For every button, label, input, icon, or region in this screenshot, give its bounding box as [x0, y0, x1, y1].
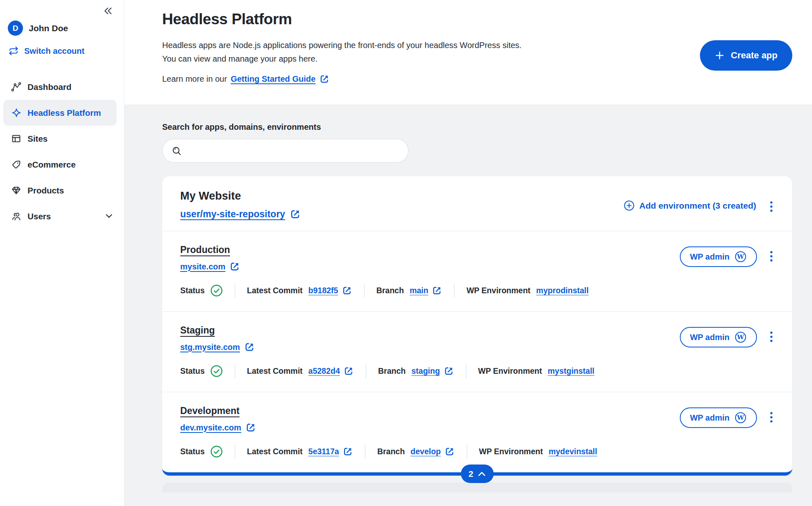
- sidebar-item-sites[interactable]: Sites: [3, 126, 117, 152]
- status-label: Status: [180, 366, 205, 376]
- commit-hash: b9182f5: [308, 286, 338, 295]
- environment-info: Development dev.mysite.com: [180, 405, 256, 433]
- wp-environment-link[interactable]: myprodinstall: [536, 286, 589, 295]
- branch-label: Branch: [376, 286, 404, 295]
- sidebar-collapse-button[interactable]: [100, 4, 115, 17]
- main-area: Headless Platform Headless apps are Node…: [124, 0, 812, 506]
- branch-link[interactable]: main: [410, 285, 443, 296]
- external-link-icon: [344, 366, 354, 376]
- environment-domain-link[interactable]: mysite.com: [180, 261, 240, 272]
- getting-started-guide-link[interactable]: Getting Started Guide: [231, 74, 330, 84]
- divider: [466, 364, 466, 378]
- search-input[interactable]: [187, 146, 400, 156]
- wp-admin-button[interactable]: WP admin W: [680, 246, 757, 267]
- environment-info: Staging stg.mysite.com: [180, 325, 255, 352]
- environment-name-link[interactable]: Development: [180, 405, 239, 416]
- environment-domain-link[interactable]: stg.mysite.com: [180, 342, 255, 352]
- kebab-icon: [770, 412, 773, 424]
- environment-menu-button[interactable]: [768, 250, 774, 264]
- sidebar-item-label: Products: [28, 186, 64, 196]
- divider: [366, 364, 366, 378]
- page-description: Headless apps are Node.js applications p…: [162, 39, 522, 66]
- kebab-icon: [770, 331, 773, 343]
- learn-more-prefix: Learn more in our: [162, 74, 227, 84]
- content-area: Search for apps, domains, environments M…: [124, 105, 812, 492]
- external-link-icon: [245, 422, 256, 433]
- environment-status-row: Status Latest Commit 5e3117a Branch: [180, 444, 774, 459]
- branch-link[interactable]: develop: [411, 446, 455, 457]
- repository-link[interactable]: user/my-site-repository: [180, 209, 301, 220]
- create-app-button[interactable]: Create app: [700, 40, 792, 71]
- wp-admin-label: WP admin: [690, 252, 729, 262]
- environment-section-staging: Staging stg.mysite.com WP admin W: [162, 311, 792, 392]
- environment-menu-button[interactable]: [768, 411, 774, 425]
- app-card-header-right: Add environment (3 created): [624, 200, 774, 220]
- commit-link[interactable]: b9182f5: [308, 285, 352, 296]
- sidebar-item-dashboard[interactable]: Dashboard: [3, 74, 117, 100]
- app-menu-button[interactable]: [768, 200, 774, 214]
- wp-admin-button[interactable]: WP admin W: [680, 407, 757, 428]
- sidebar-item-label: Headless Platform: [28, 108, 101, 118]
- sidebar-item-label: Sites: [28, 134, 48, 144]
- app-card-header-left: My Website user/my-site-repository: [180, 190, 301, 220]
- wp-environment-name: mydevinstall: [548, 447, 597, 456]
- wp-environment-label: WP Environment: [466, 286, 530, 295]
- divider: [365, 444, 365, 459]
- external-link-icon: [229, 261, 240, 272]
- status-label: Status: [180, 286, 205, 295]
- environment-name-link[interactable]: Production: [180, 244, 230, 255]
- sidebar-item-products[interactable]: Products: [3, 177, 117, 203]
- user-name: John Doe: [29, 23, 68, 33]
- sidebar-item-ecommerce[interactable]: eCommerce: [3, 152, 117, 177]
- commit-link[interactable]: 5e3117a: [308, 446, 353, 457]
- sidebar-item-headless-platform[interactable]: Headless Platform: [3, 100, 117, 126]
- sidebar-item-users[interactable]: Users: [3, 203, 117, 229]
- external-link-icon: [343, 446, 353, 457]
- chevron-down-icon: [106, 214, 112, 218]
- headless-platform-icon: [11, 107, 22, 118]
- status-label: Status: [180, 447, 205, 456]
- svg-text:W: W: [737, 334, 745, 341]
- environment-status-row: Status Latest Commit b9182f5 Branch: [180, 283, 774, 298]
- switch-account-link[interactable]: Switch account: [8, 46, 124, 56]
- kebab-icon: [770, 251, 773, 263]
- latest-commit-label: Latest Commit: [247, 286, 303, 295]
- branch-label: Branch: [378, 366, 406, 376]
- collapse-environments-badge[interactable]: 2: [461, 465, 494, 483]
- products-icon: [11, 185, 22, 196]
- page-description-line1: Headless apps are Node.js applications p…: [162, 39, 522, 52]
- check-circle-icon: [210, 445, 223, 458]
- wp-environment-label: WP Environment: [479, 447, 543, 456]
- external-link-icon: [244, 342, 255, 352]
- page-header: Headless Platform Headless apps are Node…: [124, 0, 812, 105]
- latest-commit-label: Latest Commit: [247, 447, 303, 456]
- wp-environment-link[interactable]: mydevinstall: [548, 447, 597, 456]
- collapse-left-icon: [103, 6, 112, 16]
- page-title: Headless Platform: [162, 11, 522, 28]
- wp-environment-link[interactable]: mystginstall: [548, 366, 594, 376]
- divider: [467, 444, 467, 459]
- environment-menu-button[interactable]: [768, 330, 774, 344]
- commit-link[interactable]: a5282d4: [308, 366, 354, 376]
- environment-domain-link[interactable]: dev.mysite.com: [180, 422, 256, 433]
- wp-environment-name: mystginstall: [548, 366, 594, 376]
- environment-domain-label: mysite.com: [180, 262, 225, 271]
- divider: [364, 283, 365, 298]
- environment-top-row: Staging stg.mysite.com WP admin W: [180, 325, 774, 352]
- svg-text:W: W: [737, 253, 745, 260]
- environment-section-development: Development dev.mysite.com WP admin: [162, 392, 792, 472]
- svg-text:W: W: [737, 414, 745, 421]
- add-environment-button[interactable]: Add environment (3 created): [624, 200, 756, 211]
- wp-admin-button[interactable]: WP admin W: [680, 327, 757, 347]
- branch-link[interactable]: staging: [411, 366, 454, 376]
- page-description-line2: You can view and manage your apps here.: [162, 52, 522, 66]
- search-box: [162, 139, 408, 163]
- branch-label: Branch: [377, 447, 405, 456]
- sites-icon: [11, 133, 22, 144]
- app-title: My Website: [180, 190, 301, 202]
- plus-icon: [715, 51, 725, 60]
- environment-name-link[interactable]: Staging: [180, 325, 215, 336]
- environment-top-row: Production mysite.com WP admin W: [180, 244, 774, 272]
- wordpress-icon: W: [734, 331, 747, 343]
- sidebar-item-label: Dashboard: [28, 82, 71, 92]
